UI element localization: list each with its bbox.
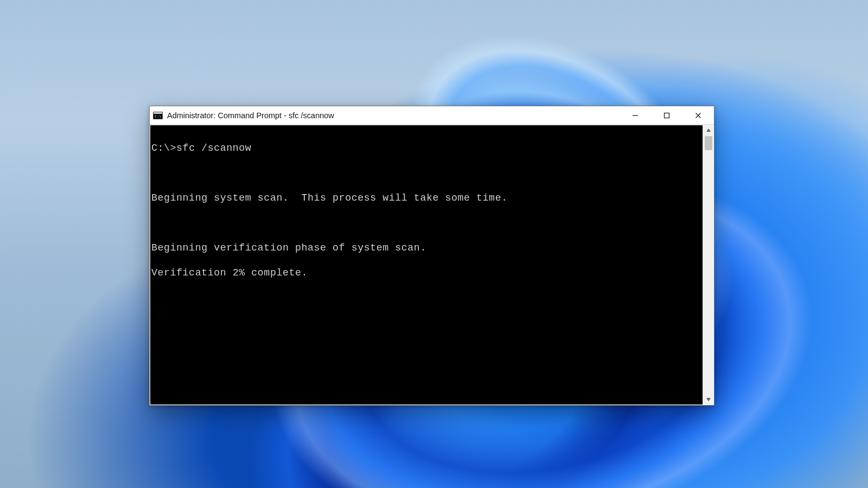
svg-rect-1 (154, 112, 162, 114)
svg-text:C:\: C:\ (155, 114, 162, 119)
scroll-up-arrow-icon[interactable] (703, 125, 713, 135)
titlebar[interactable]: C:\ Administrator: Command Prompt - sfc … (150, 106, 714, 125)
command-text: sfc /scannow (176, 143, 251, 153)
terminal-line: Beginning system scan. This process will… (150, 192, 703, 204)
terminal-line: Verification 2% complete. (150, 267, 703, 279)
maximize-button[interactable] (651, 106, 682, 124)
svg-marker-7 (706, 129, 711, 132)
scroll-down-arrow-icon[interactable] (703, 395, 713, 404)
svg-rect-4 (665, 113, 669, 118)
command-prompt-window[interactable]: C:\ Administrator: Command Prompt - sfc … (149, 106, 714, 406)
window-client-area: C:\>sfc /scannow Beginning system scan. … (150, 125, 713, 404)
terminal-output[interactable]: C:\>sfc /scannow Beginning system scan. … (150, 125, 703, 404)
terminal-blank (150, 167, 703, 179)
desktop-wallpaper: C:\ Administrator: Command Prompt - sfc … (0, 0, 868, 488)
minimize-button[interactable] (620, 106, 651, 124)
svg-marker-8 (706, 398, 711, 401)
terminal-line: Beginning verification phase of system s… (150, 242, 703, 254)
window-controls (620, 106, 714, 124)
vertical-scrollbar[interactable] (703, 125, 713, 404)
close-button[interactable] (682, 106, 714, 124)
prompt: C:\> (151, 143, 176, 153)
terminal-blank (150, 217, 703, 229)
window-title: Administrator: Command Prompt - sfc /sca… (167, 111, 620, 120)
command-prompt-icon: C:\ (153, 112, 163, 119)
scrollbar-thumb[interactable] (705, 136, 712, 150)
